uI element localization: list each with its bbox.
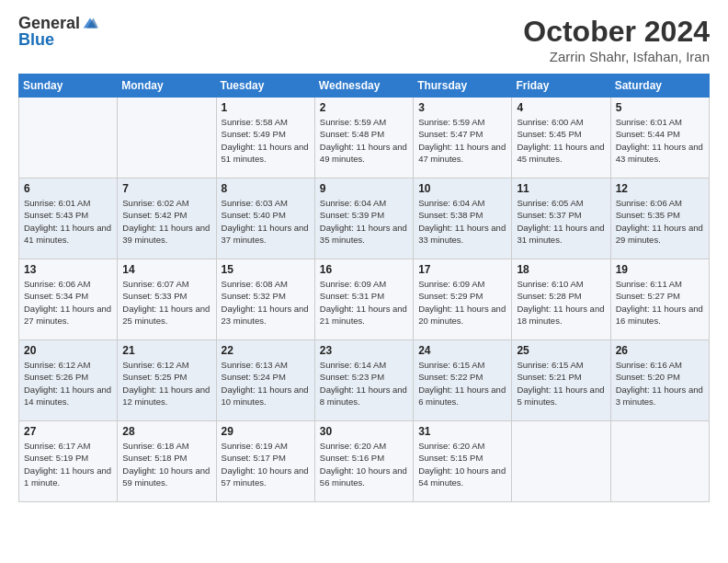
table-row: 17Sunrise: 6:09 AMSunset: 5:29 PMDayligh… xyxy=(414,259,512,340)
day-number: 15 xyxy=(222,263,310,276)
header: General Blue October 2024 Zarrin Shahr, … xyxy=(18,15,710,64)
logo-icon xyxy=(82,15,98,31)
day-number: 27 xyxy=(24,425,112,438)
table-row xyxy=(512,421,610,502)
weekday-wednesday: Wednesday xyxy=(314,75,413,98)
weekday-saturday: Saturday xyxy=(610,75,709,98)
table-row: 20Sunrise: 6:12 AMSunset: 5:26 PMDayligh… xyxy=(19,340,118,421)
logo: General Blue xyxy=(18,15,98,48)
day-number: 29 xyxy=(222,425,310,438)
table-row: 15Sunrise: 6:08 AMSunset: 5:32 PMDayligh… xyxy=(216,259,314,340)
day-number: 4 xyxy=(517,101,605,114)
day-detail: Sunrise: 6:09 AMSunset: 5:29 PMDaylight:… xyxy=(418,278,506,327)
table-row: 23Sunrise: 6:14 AMSunset: 5:23 PMDayligh… xyxy=(314,340,413,421)
day-number: 18 xyxy=(517,263,605,276)
day-detail: Sunrise: 5:59 AMSunset: 5:47 PMDaylight:… xyxy=(418,116,506,165)
weekday-sunday: Sunday xyxy=(19,75,118,98)
day-number: 2 xyxy=(320,101,408,114)
day-detail: Sunrise: 6:11 AMSunset: 5:27 PMDaylight:… xyxy=(616,278,704,327)
day-number: 7 xyxy=(122,182,210,195)
day-number: 3 xyxy=(418,101,506,114)
table-row: 13Sunrise: 6:06 AMSunset: 5:34 PMDayligh… xyxy=(19,259,118,340)
calendar-table: Sunday Monday Tuesday Wednesday Thursday… xyxy=(18,74,710,502)
day-detail: Sunrise: 6:02 AMSunset: 5:42 PMDaylight:… xyxy=(122,197,210,246)
day-detail: Sunrise: 6:06 AMSunset: 5:35 PMDaylight:… xyxy=(616,197,704,246)
day-number: 21 xyxy=(122,344,210,357)
day-detail: Sunrise: 6:03 AMSunset: 5:40 PMDaylight:… xyxy=(222,197,310,246)
weekday-tuesday: Tuesday xyxy=(216,75,314,98)
table-row: 24Sunrise: 6:15 AMSunset: 5:22 PMDayligh… xyxy=(414,340,512,421)
table-row: 3Sunrise: 5:59 AMSunset: 5:47 PMDaylight… xyxy=(414,98,512,178)
table-row xyxy=(610,421,709,502)
day-detail: Sunrise: 6:05 AMSunset: 5:37 PMDaylight:… xyxy=(517,197,605,246)
table-row: 5Sunrise: 6:01 AMSunset: 5:44 PMDaylight… xyxy=(610,98,709,178)
day-number: 8 xyxy=(222,182,310,195)
day-detail: Sunrise: 6:04 AMSunset: 5:39 PMDaylight:… xyxy=(320,197,408,246)
day-detail: Sunrise: 6:07 AMSunset: 5:33 PMDaylight:… xyxy=(122,278,210,327)
day-detail: Sunrise: 6:06 AMSunset: 5:34 PMDaylight:… xyxy=(24,278,112,327)
table-row: 19Sunrise: 6:11 AMSunset: 5:27 PMDayligh… xyxy=(610,259,709,340)
title-block: October 2024 Zarrin Shahr, Isfahan, Iran xyxy=(523,15,710,64)
day-detail: Sunrise: 6:13 AMSunset: 5:24 PMDaylight:… xyxy=(222,359,310,408)
day-detail: Sunrise: 6:15 AMSunset: 5:21 PMDaylight:… xyxy=(517,359,605,408)
table-row: 1Sunrise: 5:58 AMSunset: 5:49 PMDaylight… xyxy=(216,98,314,178)
table-row: 27Sunrise: 6:17 AMSunset: 5:19 PMDayligh… xyxy=(19,421,118,502)
table-row: 7Sunrise: 6:02 AMSunset: 5:42 PMDaylight… xyxy=(118,178,216,259)
weekday-friday: Friday xyxy=(512,75,610,98)
day-detail: Sunrise: 6:04 AMSunset: 5:38 PMDaylight:… xyxy=(418,197,506,246)
day-detail: Sunrise: 6:08 AMSunset: 5:32 PMDaylight:… xyxy=(222,278,310,327)
day-detail: Sunrise: 6:18 AMSunset: 5:18 PMDaylight:… xyxy=(122,440,210,488)
day-detail: Sunrise: 6:20 AMSunset: 5:15 PMDaylight:… xyxy=(418,440,506,488)
day-number: 30 xyxy=(320,425,408,438)
table-row: 9Sunrise: 6:04 AMSunset: 5:39 PMDaylight… xyxy=(314,178,413,259)
day-detail: Sunrise: 5:58 AMSunset: 5:49 PMDaylight:… xyxy=(222,116,310,165)
day-number: 25 xyxy=(517,344,605,357)
day-number: 24 xyxy=(418,344,506,357)
month-title: October 2024 xyxy=(523,15,710,49)
day-number: 20 xyxy=(24,344,112,357)
day-detail: Sunrise: 6:12 AMSunset: 5:26 PMDaylight:… xyxy=(24,359,112,408)
table-row: 28Sunrise: 6:18 AMSunset: 5:18 PMDayligh… xyxy=(118,421,216,502)
page: General Blue October 2024 Zarrin Shahr, … xyxy=(0,0,728,563)
table-row: 10Sunrise: 6:04 AMSunset: 5:38 PMDayligh… xyxy=(414,178,512,259)
day-detail: Sunrise: 5:59 AMSunset: 5:48 PMDaylight:… xyxy=(320,116,408,165)
day-number: 31 xyxy=(418,425,506,438)
table-row xyxy=(118,98,216,178)
day-number: 1 xyxy=(222,101,310,114)
table-row: 30Sunrise: 6:20 AMSunset: 5:16 PMDayligh… xyxy=(314,421,413,502)
day-number: 12 xyxy=(616,182,704,195)
day-number: 6 xyxy=(24,182,112,195)
day-detail: Sunrise: 6:12 AMSunset: 5:25 PMDaylight:… xyxy=(122,359,210,408)
day-number: 16 xyxy=(320,263,408,276)
table-row: 29Sunrise: 6:19 AMSunset: 5:17 PMDayligh… xyxy=(216,421,314,502)
table-row: 25Sunrise: 6:15 AMSunset: 5:21 PMDayligh… xyxy=(512,340,610,421)
day-number: 26 xyxy=(616,344,704,357)
table-row: 6Sunrise: 6:01 AMSunset: 5:43 PMDaylight… xyxy=(19,178,118,259)
day-number: 22 xyxy=(222,344,310,357)
table-row: 12Sunrise: 6:06 AMSunset: 5:35 PMDayligh… xyxy=(610,178,709,259)
table-row: 14Sunrise: 6:07 AMSunset: 5:33 PMDayligh… xyxy=(118,259,216,340)
logo-blue: Blue xyxy=(18,31,54,48)
day-number: 17 xyxy=(418,263,506,276)
day-number: 9 xyxy=(320,182,408,195)
table-row: 2Sunrise: 5:59 AMSunset: 5:48 PMDaylight… xyxy=(314,98,413,178)
day-detail: Sunrise: 6:01 AMSunset: 5:44 PMDaylight:… xyxy=(616,116,704,165)
day-detail: Sunrise: 6:09 AMSunset: 5:31 PMDaylight:… xyxy=(320,278,408,327)
day-number: 5 xyxy=(616,101,704,114)
table-row: 22Sunrise: 6:13 AMSunset: 5:24 PMDayligh… xyxy=(216,340,314,421)
day-number: 19 xyxy=(616,263,704,276)
location: Zarrin Shahr, Isfahan, Iran xyxy=(523,49,710,64)
table-row: 8Sunrise: 6:03 AMSunset: 5:40 PMDaylight… xyxy=(216,178,314,259)
weekday-thursday: Thursday xyxy=(414,75,512,98)
day-number: 11 xyxy=(517,182,605,195)
day-number: 10 xyxy=(418,182,506,195)
calendar-body: 1Sunrise: 5:58 AMSunset: 5:49 PMDaylight… xyxy=(19,98,710,502)
table-row: 21Sunrise: 6:12 AMSunset: 5:25 PMDayligh… xyxy=(118,340,216,421)
day-number: 23 xyxy=(320,344,408,357)
day-detail: Sunrise: 6:00 AMSunset: 5:45 PMDaylight:… xyxy=(517,116,605,165)
logo-general: General xyxy=(18,15,80,31)
table-row: 4Sunrise: 6:00 AMSunset: 5:45 PMDaylight… xyxy=(512,98,610,178)
day-detail: Sunrise: 6:20 AMSunset: 5:16 PMDaylight:… xyxy=(320,440,408,488)
day-number: 13 xyxy=(24,263,112,276)
day-detail: Sunrise: 6:16 AMSunset: 5:20 PMDaylight:… xyxy=(616,359,704,408)
